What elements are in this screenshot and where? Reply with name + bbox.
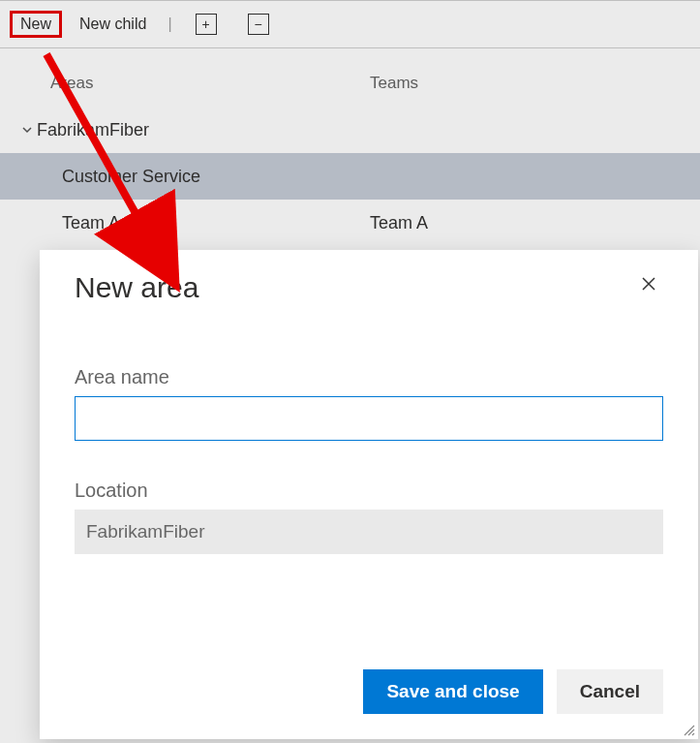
new-child-button[interactable]: New child [70,12,156,37]
dialog-footer: Save and close Cancel [75,669,663,714]
chevron-down-icon[interactable] [17,124,37,136]
location-input[interactable] [75,510,663,554]
close-icon [641,276,656,295]
tree-row[interactable]: FabrikamFiber [0,107,700,153]
column-header-teams: Teams [370,74,690,93]
tree-headers: Areas Teams [0,74,700,107]
areas-tree: Areas Teams FabrikamFiber Customer Servi… [0,48,700,246]
dialog-title: New area [75,271,198,304]
location-label: Location [75,480,663,502]
close-button[interactable] [634,271,663,300]
toolbar-separator: | [164,15,175,33]
tree-node-team: Team A [370,213,428,233]
cancel-button[interactable]: Cancel [557,669,663,714]
collapse-all-icon[interactable]: − [248,14,269,35]
area-name-input[interactable] [75,396,663,441]
dialog-header: New area [75,271,663,304]
tree-row[interactable]: Customer Service [0,153,700,200]
expand-all-icon[interactable]: + [196,14,217,35]
new-button[interactable]: New [10,11,62,38]
resize-grip-icon[interactable] [682,723,695,736]
area-name-label: Area name [75,366,663,388]
new-area-dialog: New area Area name Location Save and clo… [40,250,698,739]
column-header-areas: Areas [50,74,370,93]
tree-node-label: Team A [62,213,370,233]
area-name-field-group: Area name [75,366,663,441]
save-and-close-button[interactable]: Save and close [363,669,542,714]
tree-row[interactable]: Team A Team A [0,200,700,246]
toolbar: New New child | + − [0,0,700,48]
location-field-group: Location [75,480,663,554]
tree-node-label: FabrikamFiber [37,120,366,140]
tree-node-label: Customer Service [62,167,370,187]
